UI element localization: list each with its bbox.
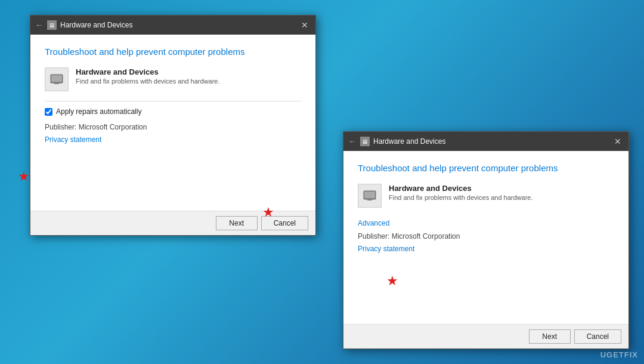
hw-icon-2 <box>358 184 382 208</box>
back-button-2[interactable]: ← <box>348 137 357 146</box>
publisher-2: Publisher: Microsoft Corporation <box>358 232 614 240</box>
auto-repair-label-1: Apply repairs automatically <box>56 107 141 116</box>
privacy-link-1[interactable]: Privacy statement <box>45 135 101 144</box>
cancel-button-2[interactable]: Cancel <box>574 329 621 344</box>
dialog-2: ← 🖥 Hardware and Devices ✕ Troubleshoot … <box>343 131 629 349</box>
cancel-button-1[interactable]: Cancel <box>261 216 308 230</box>
hw-name-2: Hardware and Devices <box>389 184 533 193</box>
hw-desc-1: Find and fix problems with devices and h… <box>76 78 220 85</box>
svg-rect-5 <box>364 192 375 198</box>
watermark: UGETFIX <box>600 350 638 359</box>
troubleshoot-heading-2: Troubleshoot and help prevent computer p… <box>358 163 614 173</box>
dialog-body-2: Troubleshoot and help prevent computer p… <box>343 151 628 324</box>
title-text-1: Hardware and Devices <box>60 21 299 29</box>
hw-icon-1 <box>45 67 69 91</box>
hw-info-2: Hardware and Devices Find and fix proble… <box>389 184 533 201</box>
next-button-1[interactable]: Next <box>216 216 258 230</box>
hw-info-1: Hardware and Devices Find and fix proble… <box>76 67 220 85</box>
title-icon-2: 🖥 <box>360 137 370 146</box>
hw-item-1: Hardware and Devices Find and fix proble… <box>45 67 301 91</box>
close-button-1[interactable]: ✕ <box>299 19 311 31</box>
hw-item-2: Hardware and Devices Find and fix proble… <box>358 184 614 208</box>
dialog-footer-1: Next Cancel <box>30 211 315 235</box>
hw-desc-2: Find and fix problems with devices and h… <box>389 194 533 201</box>
titlebar-2: ← 🖥 Hardware and Devices ✕ <box>343 132 628 151</box>
star-annotation-1: ★ <box>18 170 30 183</box>
titlebar-1: ← 🖥 Hardware and Devices ✕ <box>30 16 315 35</box>
auto-repair-checkbox-1[interactable] <box>45 108 52 116</box>
svg-rect-4 <box>367 199 372 200</box>
svg-rect-1 <box>54 83 59 84</box>
privacy-link-2[interactable]: Privacy statement <box>358 245 414 253</box>
svg-rect-2 <box>51 75 62 82</box>
dialog-body-1: Troubleshoot and help prevent computer p… <box>30 35 315 211</box>
checkbox-row-1: Apply repairs automatically <box>45 107 301 116</box>
title-text-2: Hardware and Devices <box>373 137 612 146</box>
advanced-link-2[interactable]: Advanced <box>358 219 389 227</box>
dialog-1: ← 🖥 Hardware and Devices ✕ Troubleshoot … <box>30 15 316 236</box>
next-button-2[interactable]: Next <box>529 329 571 344</box>
separator-1 <box>45 101 301 101</box>
close-button-2[interactable]: ✕ <box>612 135 624 147</box>
title-icon-1: 🖥 <box>47 20 57 30</box>
back-button-1[interactable]: ← <box>35 20 44 30</box>
publisher-1: Publisher: Microsoft Corporation <box>45 123 301 131</box>
hw-name-1: Hardware and Devices <box>76 67 220 76</box>
dialog-footer-2: Next Cancel <box>343 324 628 348</box>
troubleshoot-heading-1: Troubleshoot and help prevent computer p… <box>45 47 301 57</box>
